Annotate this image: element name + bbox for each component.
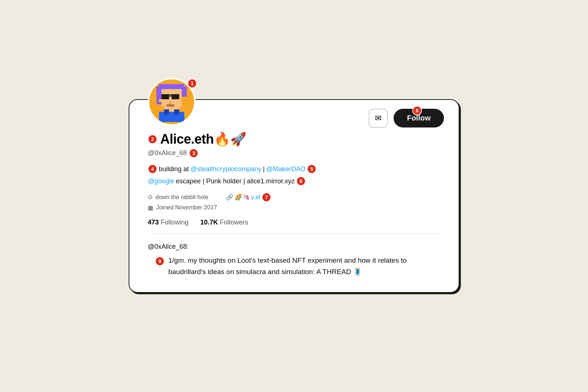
stats-row: 473 Following 10.7K Followers	[148, 219, 444, 234]
mention-stealth[interactable]: @stealthcryptocompany	[190, 164, 261, 175]
svg-rect-8	[169, 102, 172, 104]
bio-suffix: escapee | Punk holder | alice1.mirror.xy…	[176, 176, 295, 187]
svg-rect-10	[159, 99, 162, 102]
svg-rect-3	[157, 89, 162, 104]
link-icon: 🔗	[226, 194, 233, 201]
thread-handle: @0xAlice_68:	[148, 241, 444, 252]
meta-row: ⊙ down the rabbit hole 🔗 🌈🦄.y.at 7 ▦ Joi…	[148, 193, 444, 211]
location-text: down the rabbit hole	[155, 194, 208, 201]
following-stat[interactable]: 473 Following	[148, 219, 189, 226]
calendar-icon: ▦	[148, 204, 153, 211]
badge-makerdao: 5	[307, 164, 316, 174]
thread-text: 1/gm. my thoughts on Loot's text-based N…	[168, 255, 444, 277]
handle: @0xAlice_68	[148, 149, 187, 157]
badge-thread: 9	[155, 256, 165, 266]
svg-rect-9	[166, 104, 174, 107]
svg-rect-13	[164, 109, 169, 115]
thread-body: 9 1/gm. my thoughts on Loot's text-based…	[148, 255, 444, 277]
location-icon: ⊙	[148, 194, 153, 201]
website-item: 🔗 🌈🦄.y.at 7	[226, 193, 271, 202]
bio-section: 4 building at @stealthcryptocompany | @M…	[148, 164, 444, 187]
top-actions: 8 ✉ Follow	[369, 109, 444, 128]
svg-rect-5	[162, 94, 169, 99]
badge-handle: 3	[189, 148, 198, 158]
message-button[interactable]: ✉	[369, 109, 388, 128]
badge-avatar: 1	[187, 79, 197, 88]
location-item: ⊙ down the rabbit hole 🔗 🌈🦄.y.at 7	[148, 193, 444, 202]
display-name: Alice.eth🔥🚀	[160, 132, 247, 147]
message-icon: ✉	[375, 114, 381, 123]
profile-info: 2 Alice.eth🔥🚀 @0xAlice_68 3 4 building a…	[144, 132, 444, 277]
badge-bio: 4	[148, 164, 157, 174]
bio-sep: |	[263, 164, 265, 175]
followers-count: 10.7K	[200, 219, 218, 226]
svg-rect-6	[172, 94, 179, 99]
page-wrapper: 8 ✉ Follow	[0, 0, 588, 392]
handle-row: @0xAlice_68 3	[148, 148, 444, 158]
badge-name: 2	[148, 134, 157, 144]
following-label-text: Following	[161, 219, 189, 226]
badge-thread-wrap: 9	[155, 255, 165, 265]
website-link[interactable]: 🌈🦄.y.at	[235, 194, 260, 201]
name-row: 2 Alice.eth🔥🚀	[148, 132, 444, 147]
bio-prefix: building at	[159, 164, 189, 175]
profile-card: 8 ✉ Follow	[129, 99, 459, 293]
followers-label: Followers	[220, 219, 248, 226]
thread-section: @0xAlice_68: 9 1/gm. my thoughts on Loot…	[148, 241, 444, 277]
badge-website: 7	[262, 193, 271, 202]
followers-stat[interactable]: 10.7K Followers	[200, 219, 248, 226]
badge-mirror: 6	[296, 176, 306, 186]
avatar-area: 1	[148, 78, 196, 126]
joined-text: Joined November 2017	[156, 204, 217, 211]
svg-rect-14	[174, 109, 179, 115]
mention-makerdao[interactable]: @MakerDAO	[266, 164, 305, 175]
joined-item: ▦ Joined November 2017	[148, 204, 444, 211]
avatar-svg	[151, 82, 192, 122]
svg-rect-7	[169, 94, 172, 97]
mention-google[interactable]: @google	[148, 176, 174, 187]
following-count: 473	[148, 219, 159, 226]
badge-message: 8	[412, 106, 422, 115]
svg-rect-12	[159, 112, 184, 122]
